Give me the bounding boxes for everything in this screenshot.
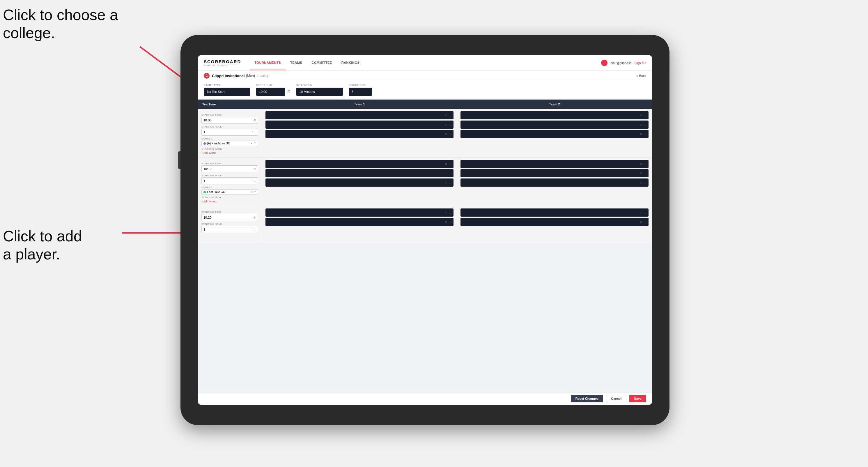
group-controls-3: STARTING TIME: 10:20⏱ STARTING HOLE: 1⌃⌄: [198, 206, 262, 244]
starting-time-input-1[interactable]: 10:00⏱: [202, 117, 258, 124]
tournament-name: Clippd Invitational: [212, 74, 245, 78]
intervals-group: Intervals 10 Minutes: [296, 84, 343, 96]
start-time-group: Start Time ⏱: [256, 84, 290, 96]
player-chevron-icon[interactable]: ⌄: [644, 162, 646, 166]
clippd-logo: C: [204, 73, 210, 79]
player-x-icon[interactable]: ✕: [640, 123, 642, 126]
starting-hole-input-1[interactable]: 1⌃⌄: [202, 129, 258, 136]
back-button[interactable]: < Back: [636, 74, 646, 77]
player-x-icon[interactable]: ✕: [640, 220, 642, 224]
player-row-1-t2-2[interactable]: ✕ ⌄: [461, 121, 649, 129]
add-group-2[interactable]: + Add Group: [202, 200, 258, 203]
player-chevron-icon[interactable]: ⌄: [644, 211, 646, 214]
group-size-group: Group Size 3: [349, 84, 372, 96]
player-x-icon[interactable]: ✕: [445, 172, 447, 175]
starting-hole-input-2[interactable]: 1⌃⌄: [202, 177, 258, 184]
player-x-icon[interactable]: ✕: [640, 211, 642, 214]
player-x-icon[interactable]: ✕: [445, 114, 447, 117]
player-row-2-t1-1[interactable]: ✕ ⌄: [266, 160, 454, 168]
player-row-2-t2-1[interactable]: ✕ ⌄: [461, 160, 649, 168]
player-chevron-icon[interactable]: ⌄: [449, 172, 451, 175]
player-row-1-t1-1[interactable]: ✕ ⌄: [266, 111, 454, 119]
player-chevron-icon[interactable]: ⌄: [644, 114, 646, 117]
nav-tab-tournaments[interactable]: TOURNAMENTS: [250, 55, 285, 70]
course-name-2: East Lake GC: [207, 190, 225, 194]
player-x-icon[interactable]: ✕: [445, 123, 447, 126]
col-team2-header: Team 2: [457, 102, 652, 106]
hosting-badge: Hosting: [257, 74, 268, 77]
cancel-button[interactable]: Cancel: [606, 395, 626, 402]
player-x-icon[interactable]: ✕: [640, 162, 642, 166]
add-group-1[interactable]: + Add Group: [202, 151, 258, 154]
player-row-2-t1-3[interactable]: ✕ ⌄: [266, 179, 454, 187]
start-time-input[interactable]: [256, 88, 285, 96]
team1-cell-1: ✕ ⌄ ✕ ⌄ ✕ ⌄: [262, 109, 457, 157]
player-chevron-icon[interactable]: ⌄: [449, 211, 451, 214]
player-x-icon[interactable]: ✕: [445, 132, 447, 136]
remove-group-2[interactable]: ⊖ Remove Group: [202, 196, 258, 199]
player-row-3-t1-2[interactable]: ✕ ⌄: [266, 218, 454, 226]
reset-changes-button[interactable]: Reset Changes: [571, 395, 603, 402]
player-row-1-t2-3[interactable]: ✕ ⌄: [461, 130, 649, 138]
player-chevron-icon[interactable]: ⌄: [644, 220, 646, 224]
player-chevron-icon[interactable]: ⌄: [644, 123, 646, 126]
brand-sub: Powered by clippd: [204, 64, 241, 67]
brand-title: SCOREBOARD: [204, 59, 241, 64]
annotation-bottom-left: Click to add a player.: [3, 227, 82, 263]
player-x-icon[interactable]: ✕: [640, 172, 642, 175]
player-row-3-t1-1[interactable]: ✕ ⌄: [266, 209, 454, 217]
start-type-select[interactable]: 1st Tee Start: [204, 88, 250, 96]
remove-group-1[interactable]: ⊖ Remove Group: [202, 147, 258, 150]
course-remove-1[interactable]: ✕: [250, 142, 253, 145]
course-tag-2[interactable]: East Lake GC ✕ ⌃: [202, 189, 258, 195]
player-chevron-icon[interactable]: ⌄: [449, 123, 451, 126]
player-row-3-t2-2[interactable]: ✕ ⌄: [461, 218, 649, 226]
nav-tab-rankings[interactable]: RANKINGS: [337, 55, 365, 70]
player-x-icon[interactable]: ✕: [640, 181, 642, 184]
player-row-1-t1-2[interactable]: ✕ ⌄: [266, 121, 454, 129]
starting-hole-input-3[interactable]: 1⌃⌄: [202, 226, 258, 233]
starting-time-input-3[interactable]: 10:20⏱: [202, 214, 258, 221]
player-row-3-t2-1[interactable]: ✕ ⌄: [461, 209, 649, 217]
player-chevron-icon[interactable]: ⌄: [449, 132, 451, 136]
player-x-icon[interactable]: ✕: [445, 220, 447, 224]
col-team1-header: Team 1: [262, 102, 457, 106]
player-chevron-icon[interactable]: ⌄: [644, 172, 646, 175]
player-chevron-icon[interactable]: ⌄: [449, 181, 451, 184]
annotation-top-left: Click to choose a college.: [3, 6, 118, 42]
starting-time-label-1: STARTING TIME:: [202, 114, 258, 116]
intervals-select[interactable]: 10 Minutes: [296, 88, 343, 96]
player-chevron-icon[interactable]: ⌄: [449, 114, 451, 117]
nav-tab-teams[interactable]: TEAMS: [285, 55, 307, 70]
player-chevron-icon[interactable]: ⌄: [449, 220, 451, 224]
player-x-icon[interactable]: ✕: [445, 162, 447, 166]
intervals-label: Intervals: [296, 84, 343, 87]
course-dot-2: [204, 191, 206, 193]
course-tag-1[interactable]: (A) Peachtree GC ✕ ⌃: [202, 141, 258, 146]
player-x-icon[interactable]: ✕: [640, 114, 642, 117]
sign-out-btn[interactable]: Sign out: [634, 61, 646, 65]
player-chevron-icon[interactable]: ⌄: [644, 132, 646, 136]
player-row-2-t2-3[interactable]: ✕ ⌄: [461, 179, 649, 187]
player-chevron-icon[interactable]: ⌄: [449, 162, 451, 166]
player-row-2-t1-2[interactable]: ✕ ⌄: [266, 169, 454, 177]
player-row-1-t1-3[interactable]: ✕ ⌄: [266, 130, 454, 138]
course-expand-2[interactable]: ⌃: [254, 190, 256, 194]
course-label-1: COURSE:: [202, 137, 258, 140]
group-row-3: STARTING TIME: 10:20⏱ STARTING HOLE: 1⌃⌄…: [198, 206, 652, 244]
group-size-select[interactable]: 3: [349, 88, 372, 96]
nav-tab-committee[interactable]: COMMITTEE: [307, 55, 337, 70]
course-remove-2[interactable]: ✕: [250, 190, 253, 194]
player-row-2-t2-2[interactable]: ✕ ⌄: [461, 169, 649, 177]
save-button[interactable]: Save: [629, 395, 646, 402]
course-expand-1[interactable]: ⌃: [254, 142, 256, 145]
player-x-icon[interactable]: ✕: [640, 132, 642, 136]
course-dot-1: [204, 143, 206, 145]
team1-cell-2: ✕ ⌄ ✕ ⌄ ✕ ⌄: [262, 157, 457, 206]
player-row-1-t2-1[interactable]: ✕ ⌄: [461, 111, 649, 119]
player-x-icon[interactable]: ✕: [445, 211, 447, 214]
player-x-icon[interactable]: ✕: [445, 181, 447, 184]
player-chevron-icon[interactable]: ⌄: [644, 181, 646, 184]
starting-time-input-2[interactable]: 10:10⏱: [202, 165, 258, 173]
app-header: SCOREBOARD Powered by clippd TOURNAMENTS…: [198, 55, 652, 70]
